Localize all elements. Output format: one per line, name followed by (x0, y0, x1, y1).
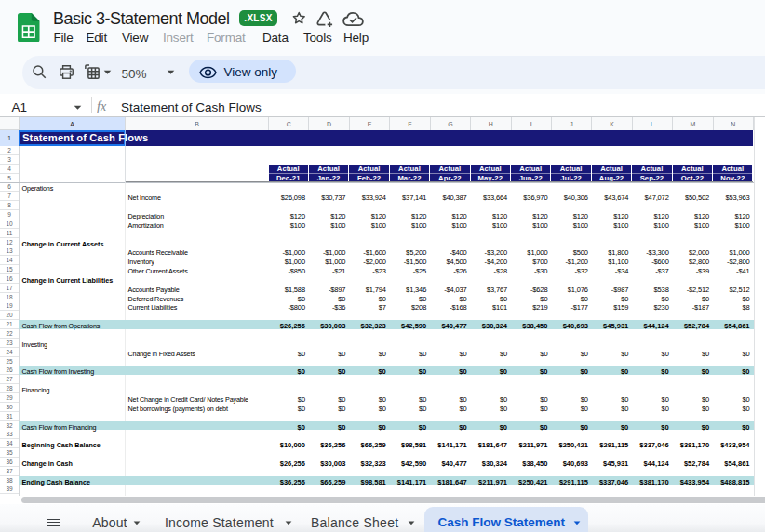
svg-text:fx: fx (97, 100, 107, 113)
